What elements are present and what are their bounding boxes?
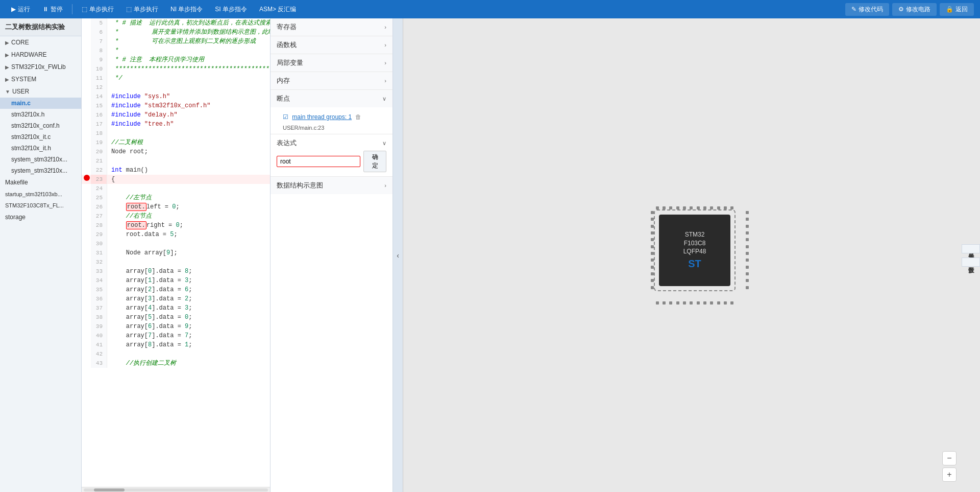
- code-line: 6 * 展开变量详情并添加到数据结构示意图，此时: [82, 28, 270, 37]
- code-line: 5 * # 描述 运行此仿真，初次到达断点后，在表达式搜索: [82, 18, 270, 28]
- sidebar-item-startup[interactable]: startup_stm32f103xb...: [0, 189, 81, 200]
- thread-location: USER/main.c:23: [277, 125, 386, 131]
- data-viz-label: 数据结构示意图: [277, 181, 323, 190]
- delete-icon[interactable]: 🗑: [355, 113, 361, 121]
- debug-section-registers: 寄存器 ›: [271, 18, 393, 36]
- code-line: 31 Node array[9];: [82, 248, 270, 257]
- pause-button[interactable]: ⏸ 暂停: [37, 3, 68, 16]
- run-button[interactable]: ▶ 运行: [6, 3, 35, 16]
- code-line: 17 #include "tree.h": [82, 120, 270, 129]
- code-editor[interactable]: 5 * # 描述 运行此仿真，初次到达断点后，在表达式搜索 6 * 展开变量详情…: [82, 18, 270, 487]
- debug-section-locals: 局部变量 ›: [271, 54, 393, 72]
- code-line: 19 //二叉树根: [82, 138, 270, 147]
- pin: [656, 301, 659, 304]
- sidebar-group-startup: startup_stm32f103xb...: [0, 189, 81, 200]
- expression-confirm-button[interactable]: 确定: [363, 151, 386, 172]
- sidebar-item-user[interactable]: ▼ USER: [0, 85, 81, 98]
- code-scrollbar[interactable]: [82, 487, 270, 492]
- code-line: 35 array[2].data = 6;: [82, 285, 270, 294]
- sidebar-item-makefile[interactable]: Makefile: [0, 176, 81, 189]
- callstack-header[interactable]: 函数栈 ›: [271, 36, 393, 54]
- gear-icon: ⚙: [898, 6, 904, 13]
- code-line: 41 array[8].data = 1;: [82, 340, 270, 349]
- breakpoint-indicator: [84, 175, 90, 181]
- code-line: 36 array[3].data = 2;: [82, 294, 270, 303]
- asm-button[interactable]: ASM> 反汇编: [254, 3, 301, 16]
- step2-icon: ⬚: [126, 6, 132, 13]
- sidebar-item-system[interactable]: ▶ SYSTEM: [0, 73, 81, 85]
- registers-header[interactable]: 寄存器 ›: [271, 18, 393, 36]
- sidebar-item-stm32f10x-h[interactable]: stm32f10x.h: [0, 109, 81, 120]
- param-settings-button[interactable]: 参数设置: [962, 257, 980, 267]
- zoom-out-button[interactable]: −: [942, 451, 957, 465]
- locals-header[interactable]: 局部变量 ›: [271, 54, 393, 72]
- pin: [746, 279, 749, 282]
- sidebar-item-stm32f10x-conf[interactable]: stm32f10x_conf.h: [0, 120, 81, 131]
- step-exec1-button[interactable]: ⬚ 单步执行: [77, 3, 119, 16]
- sidebar-item-system2[interactable]: system_stm32f10x...: [0, 165, 81, 176]
- pin: [746, 252, 749, 255]
- sidebar-item-fwlib[interactable]: ▶ STM32F10x_FWLib: [0, 61, 81, 73]
- sidebar-item-hardware[interactable]: ▶ HARDWARE: [0, 49, 81, 61]
- code-line: 11 */: [82, 74, 270, 83]
- code-line: 38 array[5].data = 0;: [82, 313, 270, 322]
- code-line: 25 //左节点: [82, 193, 270, 202]
- breakpoints-content: ☑ main thread groups: 1 🗑 USER/main.c:23: [271, 107, 393, 134]
- code-line: 37 array[4].data = 3;: [82, 303, 270, 313]
- sidebar-item-storage[interactable]: storage: [0, 211, 81, 223]
- pins-bottom: [654, 301, 736, 304]
- circuit-panel: STM32 F103C8 LQFP48 ST 元器件手册 参数设置 − +: [403, 18, 980, 492]
- code-line: 42: [82, 349, 270, 359]
- sidebar-title: 二叉树数据结构实验: [0, 18, 81, 36]
- pin: [746, 272, 749, 275]
- pin: [746, 225, 749, 228]
- expression-input[interactable]: [277, 156, 360, 167]
- si-step-button[interactable]: SI 单步指令: [210, 3, 252, 16]
- zoom-in-button[interactable]: +: [942, 467, 957, 482]
- step-exec2-button[interactable]: ⬚ 单步执行: [121, 3, 163, 16]
- memory-header[interactable]: 内存 ›: [271, 72, 393, 89]
- data-viz-section[interactable]: 数据结构示意图 ›: [271, 176, 393, 194]
- chip-border: [654, 209, 736, 291]
- scrollbar-thumb[interactable]: [94, 488, 125, 491]
- sidebar-item-stm32f10x-it-h[interactable]: stm32f10x_it.h: [0, 143, 81, 154]
- sidebar-item-stm32f10x-it-c[interactable]: stm32f10x_it.c: [0, 131, 81, 143]
- code-line: 39 array[6].data = 9;: [82, 322, 270, 331]
- code-line: 16 #include "delay.h": [82, 110, 270, 120]
- chevron-right-icon: ›: [384, 42, 386, 48]
- code-line: 24: [82, 184, 270, 193]
- sidebar-item-stm32[interactable]: STM32F103C8Tx_FL...: [0, 200, 81, 211]
- sidebar-group-storage: storage: [0, 211, 81, 223]
- debug-section-memory: 内存 ›: [271, 72, 393, 90]
- code-line: 29 root.data = 5;: [82, 230, 270, 239]
- scrollbar-track: [84, 488, 268, 491]
- code-line-28: 28 root.right = 0;: [82, 221, 270, 230]
- code-line: 14 #include "sys.h": [82, 92, 270, 101]
- chevron-right-icon: ›: [384, 24, 386, 30]
- edit-code-button[interactable]: ✎ 修改代码: [845, 3, 889, 16]
- pins-right: [746, 209, 749, 291]
- chevron-down-icon: ∨: [382, 140, 386, 147]
- sidebar-item-system1[interactable]: system_stm32f10x...: [0, 154, 81, 165]
- sidebar-item-main-c[interactable]: main.c: [0, 98, 81, 109]
- thread-link[interactable]: main thread groups: 1: [292, 113, 352, 121]
- code-line: 30: [82, 239, 270, 248]
- pin: [724, 301, 727, 304]
- debug-section-breakpoints: 断点 ∨ ☑ main thread groups: 1 🗑 USER/main…: [271, 90, 393, 134]
- sidebar-group-makefile: Makefile: [0, 176, 81, 189]
- edit-circuit-button[interactable]: ⚙ 修改电路: [892, 3, 937, 16]
- ni-step-button[interactable]: NI 单步指令: [165, 3, 208, 16]
- code-panel: 5 * # 描述 运行此仿真，初次到达断点后，在表达式搜索 6 * 展开变量详情…: [82, 18, 271, 492]
- breakpoints-header[interactable]: 断点 ∨: [271, 90, 393, 107]
- sidebar-item-core[interactable]: ▶ CORE: [0, 36, 81, 49]
- back-icon: 🔒: [946, 6, 953, 13]
- pin: [730, 301, 733, 304]
- pin: [703, 301, 706, 304]
- chip-container: STM32 F103C8 LQFP48 ST: [659, 215, 741, 296]
- back-button[interactable]: 🔒 返回: [940, 3, 974, 16]
- chevron-down-icon: ∨: [382, 96, 386, 102]
- component-manual-button[interactable]: 元器件手册: [962, 244, 980, 253]
- chip-body: STM32 F103C8 LQFP48 ST: [659, 215, 730, 286]
- collapse-panel-button[interactable]: ‹: [393, 18, 403, 492]
- code-line: 7 * 可在示意图上观察到二叉树的逐步形成: [82, 37, 270, 46]
